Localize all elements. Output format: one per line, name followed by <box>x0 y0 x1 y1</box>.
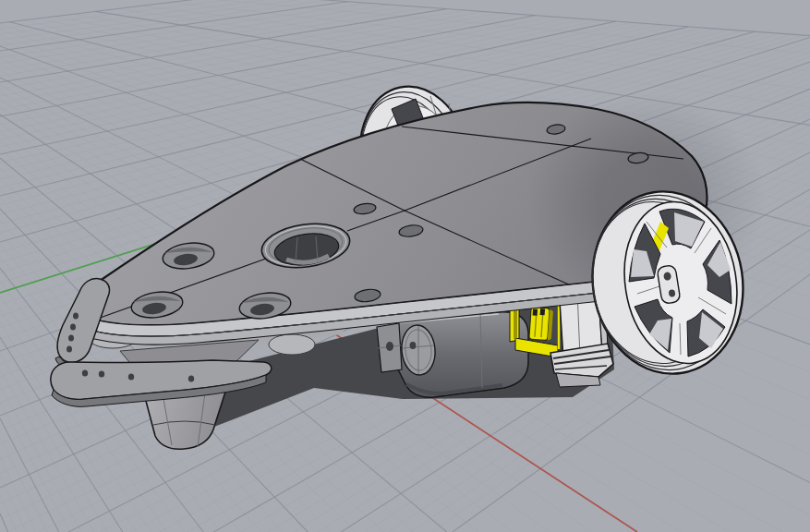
arm-hole <box>70 324 76 331</box>
boss-under-hole <box>269 334 315 355</box>
arm-hole <box>82 369 88 376</box>
arm-hole <box>66 346 72 353</box>
endcap-hole <box>410 342 417 349</box>
arm-hole <box>68 335 74 342</box>
arm-hole <box>73 313 79 320</box>
left-motor-bracket[interactable] <box>377 323 402 372</box>
bracket-hole <box>386 342 393 351</box>
arm-hole <box>128 373 134 380</box>
cad-viewport[interactable] <box>0 0 810 532</box>
arm-hole <box>99 370 104 377</box>
arm-hole <box>188 375 194 381</box>
motor-connector-clip[interactable] <box>529 307 553 341</box>
viewport-canvas[interactable] <box>0 0 810 532</box>
